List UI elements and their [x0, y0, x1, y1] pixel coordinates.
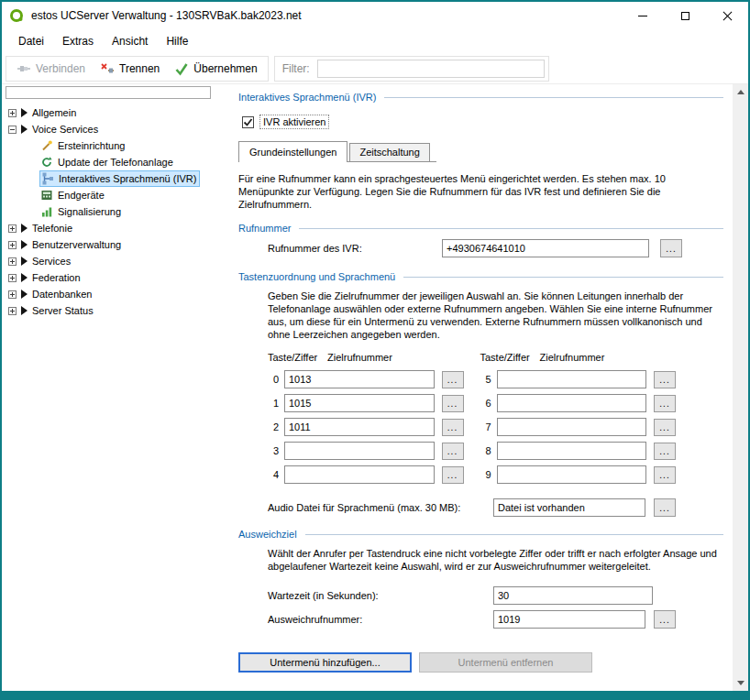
- expand-icon[interactable]: [8, 109, 17, 117]
- tree-item-label: Endgeräte: [58, 190, 105, 201]
- browse-button-8[interactable]: ...: [654, 443, 676, 460]
- tree-item-update-telefonanlage[interactable]: Update der Telefonanlage: [2, 154, 231, 170]
- expand-icon[interactable]: [8, 307, 17, 315]
- ivr-number-row: Rufnummer des IVR: ...: [268, 239, 723, 257]
- target-number-input-9[interactable]: [497, 465, 647, 484]
- tab-strip: Grundeinstellungen Zeitschaltung: [238, 141, 436, 162]
- close-icon: [722, 11, 733, 21]
- tree-item-datenbanken[interactable]: Datenbanken: [2, 286, 231, 302]
- tree-item-endgeraete[interactable]: Endgeräte: [2, 187, 231, 203]
- browse-button-7[interactable]: ...: [654, 419, 676, 436]
- key-label: 6: [480, 398, 491, 409]
- minimize-button[interactable]: [622, 2, 664, 29]
- fallback-number-input[interactable]: [493, 610, 645, 629]
- menu-datei[interactable]: Datei: [9, 31, 53, 51]
- collapse-icon[interactable]: [8, 126, 17, 134]
- tree-item-allgemein[interactable]: Allgemein: [2, 104, 231, 121]
- tree-item-ersteinrichtung[interactable]: Ersteinrichtung: [2, 137, 231, 154]
- tasten-description: Geben Sie die Zielrufnummer der jeweilig…: [268, 290, 724, 341]
- target-number-input-1[interactable]: [284, 394, 435, 412]
- browse-button-0[interactable]: ...: [442, 371, 464, 388]
- menu-extras[interactable]: Extras: [53, 31, 103, 51]
- tree-item-ivr[interactable]: Interaktives Sprachmenü (IVR): [2, 170, 231, 187]
- apply-button[interactable]: Übernehmen: [168, 59, 263, 79]
- key-label: 4: [268, 469, 279, 480]
- expand-icon[interactable]: [8, 290, 17, 299]
- target-number-input-5[interactable]: [497, 370, 647, 388]
- tree-item-voice-services[interactable]: Voice Services: [2, 121, 231, 137]
- scroll-down-button[interactable]: [733, 675, 748, 691]
- browse-button-5[interactable]: ...: [654, 371, 676, 388]
- target-number-input-7[interactable]: [497, 418, 647, 436]
- tree-item-benutzerverwaltung[interactable]: Benutzerverwaltung: [2, 236, 231, 253]
- selected-highlight: Interaktives Sprachmenü (IVR): [40, 171, 199, 186]
- menu-ansicht[interactable]: Ansicht: [103, 31, 157, 51]
- tree-item-federation[interactable]: Federation: [2, 269, 231, 286]
- key-label: 0: [268, 374, 279, 385]
- target-number-input-4[interactable]: [284, 465, 435, 484]
- ivr-enable-label[interactable]: IVR aktivieren: [259, 115, 329, 129]
- tree-item-signalisierung[interactable]: Signalisierung: [2, 203, 231, 220]
- ivr-number-input[interactable]: [442, 239, 649, 257]
- audio-file-input[interactable]: [493, 498, 645, 517]
- tree-item-label: Federation: [32, 272, 81, 283]
- tree-item-services[interactable]: Services: [2, 253, 231, 269]
- key-row-7: 7 ...: [480, 418, 677, 436]
- expand-icon[interactable]: [8, 224, 17, 233]
- menu-hilfe[interactable]: Hilfe: [157, 31, 197, 51]
- audio-file-row: Audio Datei für Sprachmenü (max. 30 MB):…: [268, 498, 723, 517]
- group-rule: [403, 277, 723, 278]
- expand-icon[interactable]: [8, 241, 17, 249]
- fallback-number-browse-button[interactable]: ...: [654, 610, 676, 629]
- browse-button-3[interactable]: ...: [442, 443, 464, 460]
- key-label: 8: [480, 445, 491, 456]
- key-label: 5: [480, 374, 491, 385]
- tab-grundeinstellungen[interactable]: Grundeinstellungen: [238, 141, 347, 162]
- target-number-input-0[interactable]: [284, 370, 435, 388]
- category-icon: [21, 290, 28, 299]
- close-button[interactable]: [706, 2, 748, 29]
- browse-button-6[interactable]: ...: [654, 395, 676, 412]
- audio-file-browse-button[interactable]: ...: [654, 498, 676, 517]
- tree-item-telefonie[interactable]: Telefonie: [2, 220, 231, 236]
- browse-button-1[interactable]: ...: [442, 395, 464, 412]
- disconnect-button[interactable]: Trennen: [94, 59, 166, 79]
- add-submenu-button[interactable]: Untermenü hinzufügen...: [238, 652, 412, 673]
- filter-input[interactable]: [317, 60, 545, 78]
- scroll-up-button[interactable]: [733, 84, 748, 100]
- key-row-4: 4 ...: [268, 465, 464, 484]
- key-label: 2: [268, 421, 279, 432]
- audio-file-label: Audio Datei für Sprachmenü (max. 30 MB):: [268, 502, 493, 513]
- tree-item-server-status[interactable]: Server Status: [2, 302, 231, 319]
- menu-bar: Datei Extras Ansicht Hilfe: [2, 29, 748, 53]
- tree-item-label: Server Status: [32, 305, 94, 316]
- key-row-0: 0 ...: [268, 370, 464, 388]
- target-number-input-8[interactable]: [497, 442, 647, 460]
- remove-submenu-button[interactable]: Untermenü entfernen: [419, 652, 592, 673]
- tab-zeitschaltung[interactable]: Zeitschaltung: [349, 143, 429, 161]
- expand-icon[interactable]: [8, 257, 17, 266]
- key-row-9: 9 ...: [480, 465, 677, 484]
- group-rule: [305, 534, 723, 535]
- category-icon: [21, 306, 28, 315]
- group-ausweichziel-label: Ausweichziel: [238, 529, 297, 540]
- ivr-enable-checkbox[interactable]: [242, 116, 254, 128]
- minimize-icon: [638, 16, 647, 16]
- ivr-number-browse-button[interactable]: ...: [660, 239, 682, 257]
- browse-button-2[interactable]: ...: [442, 419, 464, 436]
- target-number-input-2[interactable]: [284, 418, 435, 436]
- browse-button-4[interactable]: ...: [442, 466, 464, 484]
- target-number-input-6[interactable]: [497, 394, 647, 412]
- tree-header-box[interactable]: [6, 86, 211, 99]
- connect-button[interactable]: Verbinden: [10, 59, 92, 79]
- category-icon: [21, 257, 28, 266]
- target-column-header: Zielrufnummer: [327, 352, 392, 363]
- browse-button-9[interactable]: ...: [654, 466, 676, 484]
- wait-time-input[interactable]: [493, 586, 653, 605]
- target-number-input-3[interactable]: [284, 442, 435, 460]
- expand-icon[interactable]: [8, 274, 17, 282]
- maximize-button[interactable]: [664, 2, 706, 29]
- page-title-label: Interaktives Sprachmenü (IVR): [238, 92, 376, 103]
- tree-item-label: Services: [32, 256, 71, 267]
- vertical-scrollbar[interactable]: [733, 84, 748, 691]
